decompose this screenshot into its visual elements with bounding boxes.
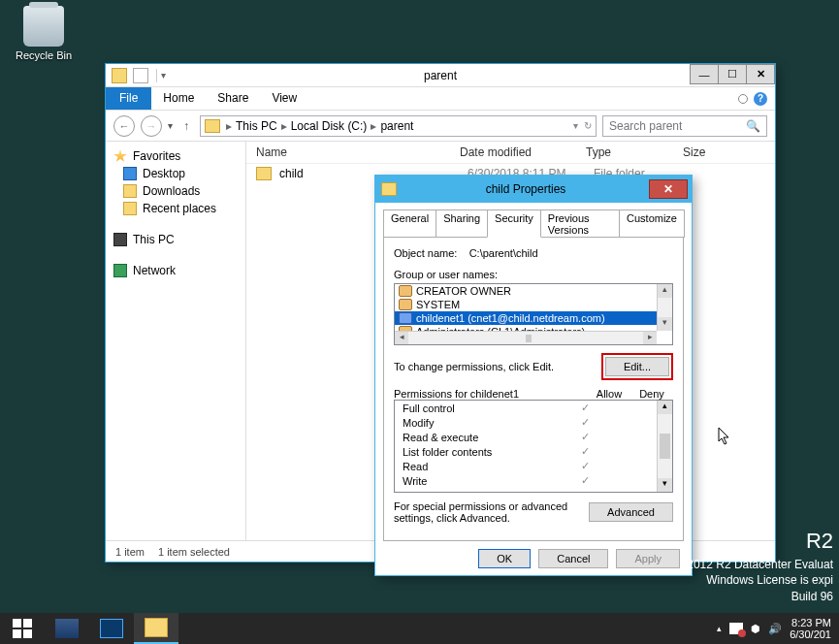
pc-icon [113,233,127,246]
group-list[interactable]: CREATOR OWNER SYSTEM childenet1 (cnet1@c… [394,283,673,345]
clock[interactable]: 8:23 PM 6/30/201 [790,617,831,640]
permissions-list[interactable]: Full control✓ Modify✓ Read & execute✓ Li… [394,400,673,493]
sidebar-network[interactable]: Network [106,262,245,279]
ok-button[interactable]: OK [478,549,531,568]
forward-button[interactable]: → [141,115,162,137]
tab-general[interactable]: General [383,209,436,238]
titlebar[interactable]: ▾ parent — ☐ ✕ [106,64,775,87]
expand-ribbon-icon[interactable] [738,94,748,104]
taskbar-explorer[interactable] [134,613,178,644]
group-item-selected[interactable]: childenet1 (cnet1@child.netdream.com) [395,311,657,325]
folder-icon [123,184,137,198]
tab-security[interactable]: Security [487,209,541,238]
volume-icon[interactable]: 🔊 [768,623,782,635]
sidebar-favorites[interactable]: Favorites [106,147,245,165]
col-name[interactable]: Name [256,145,460,159]
help-icon[interactable]: ? [754,92,767,106]
file-tab[interactable]: File [106,87,151,110]
share-tab[interactable]: Share [206,87,260,110]
cancel-button[interactable]: Cancel [538,549,608,568]
perm-row: Modify✓ [395,415,657,430]
status-selected: 1 item selected [158,546,230,558]
user-icon [399,312,412,324]
column-headers[interactable]: Name Date modified Type Size [246,142,775,164]
perm-label: Permissions for childenet1 [394,388,588,400]
breadcrumb-disk[interactable]: Local Disk (C:) [291,119,368,133]
sidebar-thispc[interactable]: This PC [106,231,245,248]
breadcrumb-folder[interactable]: parent [380,119,413,133]
perm-row: Read & execute✓ [395,430,657,444]
breadcrumb[interactable]: ▸ This PC ▸ Local Disk (C:) ▸ parent ▾ ↻ [200,115,597,137]
explorer-icon [145,618,168,637]
taskbar: ▴ ⬢ 🔊 8:23 PM 6/30/201 [0,613,839,644]
group-label: Group or user names: [394,269,673,280]
edit-button[interactable]: Edit... [605,357,669,376]
tab-sharing[interactable]: Sharing [436,209,488,238]
perm-row: List folder contents✓ [395,444,657,459]
maximize-button[interactable]: ☐ [718,64,747,84]
object-path: C:\parent\child [469,247,538,259]
horizontal-scrollbar[interactable]: ◂▸ [395,331,657,344]
window-title: parent [106,69,775,82]
tab-customize[interactable]: Customize [619,209,685,238]
view-tab[interactable]: View [260,87,308,110]
search-placeholder: Search parent [609,119,682,133]
folder-icon [256,167,272,180]
network-icon [113,264,127,277]
up-button[interactable]: ↑ [178,118,194,134]
edit-label: To change permissions, click Edit. [394,361,554,372]
sidebar-recent[interactable]: Recent places [106,200,245,217]
network-icon[interactable]: ⬢ [751,623,760,635]
perm-row: Write✓ [395,473,657,488]
breadcrumb-pc[interactable]: This PC [236,119,277,133]
taskbar-server-manager[interactable] [45,613,89,644]
advanced-button[interactable]: Advanced [589,502,673,522]
close-button[interactable]: ✕ [746,64,775,84]
dialog-title: child Properties [403,182,649,196]
col-type[interactable]: Type [586,145,683,159]
apply-button[interactable]: Apply [616,549,680,568]
dialog-titlebar[interactable]: child Properties ✕ [375,176,692,203]
tray-chevron-icon[interactable]: ▴ [717,624,722,633]
vertical-scrollbar[interactable]: ▴▾ [657,284,672,331]
group-icon [399,299,412,310]
sidebar: Favorites Desktop Downloads Recent place… [106,142,246,540]
folder-icon [381,182,397,196]
ribbon: File Home Share View ? [106,87,775,111]
system-tray[interactable]: ▴ ⬢ 🔊 8:23 PM 6/30/201 [709,613,839,644]
dialog-buttons: OK Cancel Apply [375,549,692,578]
tab-versions[interactable]: Previous Versions [540,209,620,238]
close-button[interactable]: ✕ [649,179,688,199]
history-dropdown-icon[interactable]: ▾ [168,120,173,131]
recycle-bin-icon [23,6,64,47]
perm-row: Full control✓ [395,401,657,415]
watermark: R2 2012 R2 Datacenter Evaluat Windows Li… [687,527,833,605]
vertical-scrollbar[interactable]: ▴▾ [657,401,672,492]
group-item[interactable]: SYSTEM [395,298,657,311]
col-date[interactable]: Date modified [460,145,586,159]
folder-icon [123,202,137,215]
minimize-button[interactable]: — [690,64,719,84]
windows-logo-icon [13,619,32,638]
sidebar-desktop[interactable]: Desktop [106,165,245,182]
powershell-icon [100,619,123,638]
recycle-bin[interactable]: Recycle Bin [10,6,78,62]
tab-strip: General Sharing Security Previous Versio… [375,203,692,237]
start-button[interactable] [0,613,45,644]
group-item[interactable]: CREATOR OWNER [395,284,657,298]
home-tab[interactable]: Home [151,87,206,110]
folder-icon [205,119,220,133]
back-button[interactable]: ← [113,115,135,137]
desktop-icon [123,167,137,180]
col-size[interactable]: Size [683,145,765,159]
search-input[interactable]: Search parent 🔍 [602,115,767,137]
server-manager-icon [55,619,79,638]
action-center-icon[interactable] [729,623,743,634]
advanced-label: For special permissions or advanced sett… [394,500,589,524]
search-icon: 🔍 [746,119,760,133]
sidebar-downloads[interactable]: Downloads [106,182,245,200]
taskbar-powershell[interactable] [89,613,134,644]
perm-row: Read✓ [395,459,657,473]
star-icon [113,149,127,163]
allow-header: Allow [588,388,630,400]
